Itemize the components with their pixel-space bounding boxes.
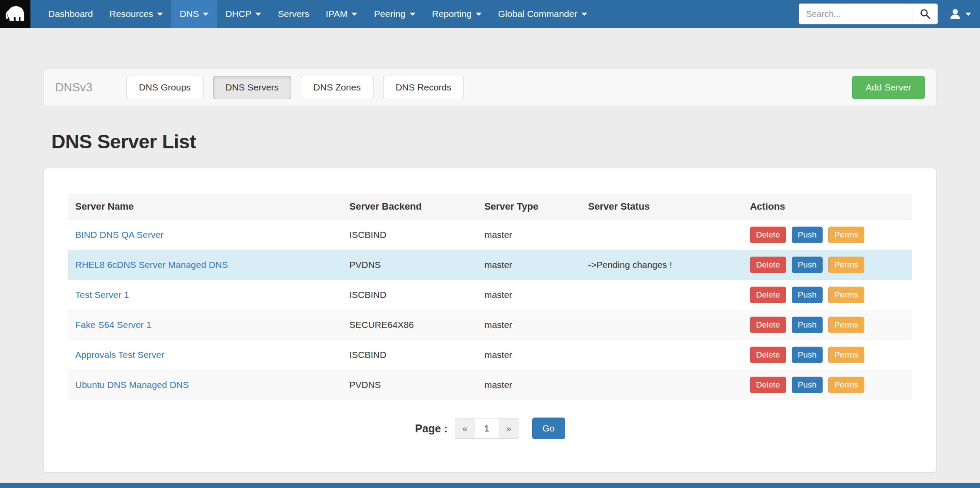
server-type-cell: master [477, 310, 581, 340]
search-button[interactable] [913, 3, 938, 24]
table-row: RHEL8 6cDNS Server Managed DNS PVDNS mas… [68, 250, 912, 280]
server-status-cell: ->Pending changes ! [581, 250, 743, 280]
server-status-cell [581, 220, 743, 250]
server-type-cell: master [477, 340, 581, 370]
tab-dns-groups[interactable]: DNS Groups [127, 76, 203, 99]
push-button[interactable]: Push [792, 317, 823, 333]
actions-cell: Delete Push Perms [743, 370, 912, 400]
nav-item-peering: Peering [366, 0, 423, 28]
actions-cell: Delete Push Perms [743, 340, 912, 370]
logo-mammoth-icon[interactable] [0, 0, 30, 28]
server-status-cell [581, 310, 743, 340]
tab-dns-servers[interactable]: DNS Servers [213, 76, 292, 99]
footer-bar [0, 483, 980, 488]
tab-dns-zones[interactable]: DNS Zones [301, 76, 373, 99]
top-navbar: Dashboard Resources DNS DHCP Servers IPA… [0, 0, 980, 28]
server-status-cell [581, 370, 743, 400]
perms-button[interactable]: Perms [828, 227, 864, 243]
column-header-server-name: Server Name [68, 194, 343, 220]
nav-label: Dashboard [48, 9, 93, 19]
pager-group: « » [455, 418, 519, 439]
server-status-cell [581, 280, 743, 310]
server-name-link[interactable]: RHEL8 6cDNS Server Managed DNS [75, 260, 228, 270]
column-header-actions: Actions [743, 194, 912, 220]
nav-label: IPAM [326, 9, 347, 19]
server-backend-cell: ISCBIND [343, 280, 477, 310]
page-number-input[interactable] [475, 418, 499, 439]
column-header-server-type: Server Type [477, 194, 581, 220]
nav-item-servers: Servers [270, 0, 317, 28]
nav-label: DHCP [225, 9, 251, 19]
user-menu[interactable] [947, 5, 973, 23]
push-button[interactable]: Push [792, 257, 823, 273]
table-row: Ubuntu DNS Managed DNS PVDNS master Dele… [68, 370, 912, 400]
add-server-button[interactable]: Add Server [852, 76, 925, 99]
navbar-right [799, 0, 980, 28]
server-name-link[interactable]: Fake S64 Server 1 [75, 320, 151, 330]
caret-down-icon [255, 13, 261, 16]
server-backend-cell: PVDNS [343, 370, 477, 400]
nav-item-reporting: Reporting [424, 0, 490, 28]
tab-dns-records[interactable]: DNS Records [383, 76, 464, 99]
caret-down-icon [965, 13, 971, 16]
nav-item-ipam: IPAM [317, 0, 366, 28]
server-list-card: Server Name Server Backend Server Type S… [43, 168, 937, 473]
server-status-cell [581, 340, 743, 370]
search-input[interactable] [799, 3, 913, 24]
actions-cell: Delete Push Perms [743, 310, 912, 340]
server-backend-cell: ISCBIND [343, 340, 477, 370]
delete-button[interactable]: Delete [750, 287, 786, 303]
delete-button[interactable]: Delete [750, 347, 786, 363]
search-icon [920, 8, 931, 20]
perms-button[interactable]: Perms [828, 347, 864, 363]
page-title: DNS Server List [51, 130, 937, 153]
push-button[interactable]: Push [792, 377, 823, 393]
nav-label: Reporting [432, 9, 472, 19]
push-button[interactable]: Push [792, 347, 823, 363]
column-header-server-status: Server Status [581, 194, 743, 220]
caret-down-icon [476, 13, 482, 16]
table-header-row: Server Name Server Backend Server Type S… [68, 194, 912, 220]
perms-button[interactable]: Perms [828, 257, 864, 273]
dns-sub-toolbar: DNSv3 DNS Groups DNS Servers DNS Zones D… [43, 69, 937, 106]
delete-button[interactable]: Delete [750, 377, 786, 393]
nav-item-dashboard: Dashboard [40, 0, 101, 28]
server-backend-cell: SECURE64X86 [343, 310, 477, 340]
server-name-link[interactable]: BIND DNS QA Server [75, 230, 163, 240]
nav-label: Servers [278, 9, 309, 19]
caret-down-icon [410, 13, 416, 16]
push-button[interactable]: Push [792, 287, 823, 303]
server-backend-cell: ISCBIND [343, 220, 477, 250]
dns-server-table: Server Name Server Backend Server Type S… [68, 194, 912, 400]
main-nav: Dashboard Resources DNS DHCP Servers IPA… [40, 0, 596, 28]
nav-label: Peering [374, 9, 405, 19]
server-name-link[interactable]: Ubuntu DNS Managed DNS [75, 380, 189, 390]
server-name-link[interactable]: Test Server 1 [75, 290, 129, 300]
delete-button[interactable]: Delete [750, 317, 786, 333]
nav-item-resources: Resources [101, 0, 171, 28]
prev-page-button[interactable]: « [455, 418, 475, 439]
nav-item-dhcp: DHCP [217, 0, 270, 28]
caret-down-icon [203, 13, 209, 16]
perms-button[interactable]: Perms [828, 377, 864, 393]
mammoth-icon [4, 3, 27, 25]
server-type-cell: master [477, 370, 581, 400]
actions-cell: Delete Push Perms [743, 280, 912, 310]
dnsv3-brand: DNSv3 [55, 81, 93, 94]
nav-label: DNS [180, 9, 199, 19]
table-row: BIND DNS QA Server ISCBIND master Delete… [68, 220, 912, 250]
table-row: Fake S64 Server 1 SECURE64X86 master Del… [68, 310, 912, 340]
push-button[interactable]: Push [792, 227, 823, 243]
dns-tab-group: DNS Groups DNS Servers DNS Zones DNS Rec… [127, 76, 464, 99]
perms-button[interactable]: Perms [828, 317, 864, 333]
server-backend-cell: PVDNS [343, 250, 477, 280]
server-name-link[interactable]: Approvals Test Server [75, 350, 164, 360]
delete-button[interactable]: Delete [750, 227, 786, 243]
next-page-button[interactable]: » [499, 418, 519, 439]
actions-cell: Delete Push Perms [743, 250, 912, 280]
go-button[interactable]: Go [532, 418, 565, 439]
nav-item-global-commander: Global Commander [490, 0, 596, 28]
perms-button[interactable]: Perms [828, 287, 864, 303]
caret-down-icon [351, 13, 357, 16]
delete-button[interactable]: Delete [750, 257, 786, 273]
